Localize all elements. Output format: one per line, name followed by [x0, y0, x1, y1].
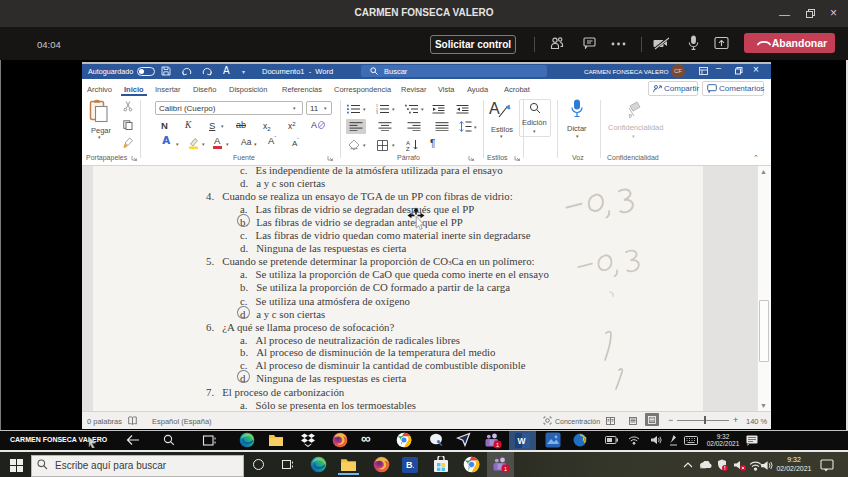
svg-text:Z: Z: [406, 146, 410, 151]
svg-text:W: W: [518, 436, 527, 446]
svg-text:3: 3: [376, 111, 378, 114]
svg-text:1: 1: [496, 442, 499, 448]
svg-text:1: 1: [504, 466, 507, 472]
